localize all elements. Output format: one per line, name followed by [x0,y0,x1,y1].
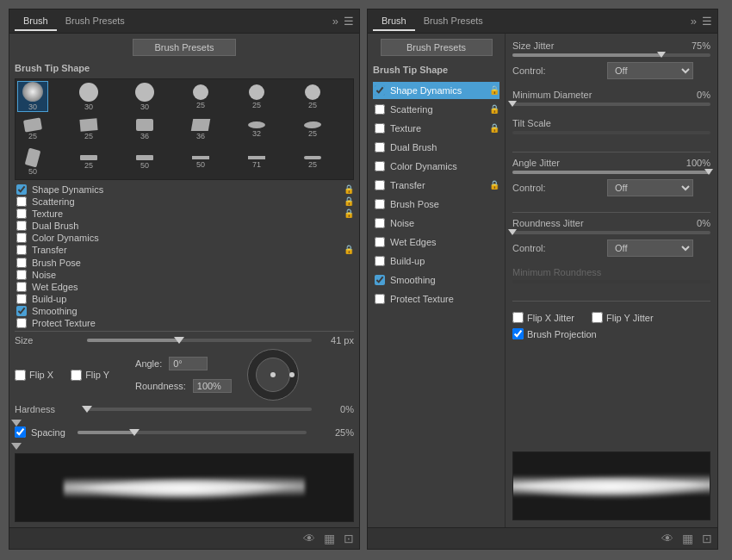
brush-projection-checkbox[interactable] [512,328,524,339]
option-build-up-checkbox[interactable] [16,294,27,304]
left-tab-brush-presets[interactable]: Brush Presets [57,12,133,31]
right-option-transfer[interactable]: Transfer 🔒 [373,177,499,194]
right-option-texture-checkbox[interactable] [375,123,385,134]
right-tab-brush-presets[interactable]: Brush Presets [415,12,492,31]
option-shape-dynamics[interactable]: Shape Dynamics 🔒 [15,184,354,195]
right-option-smoothing-checkbox[interactable] [375,275,385,285]
brush-item[interactable]: 30 [73,81,104,112]
option-dual-brush[interactable]: Dual Brush [15,221,354,232]
flip-y-jitter-item[interactable]: Flip Y Jitter [592,312,654,323]
roundness-jitter-slider[interactable] [512,231,710,234]
spacing-slider[interactable] [78,431,307,434]
angle-widget[interactable] [247,349,299,401]
right-option-scattering-checkbox[interactable] [375,104,385,115]
hardness-slider[interactable] [87,408,312,411]
size-slider[interactable] [87,339,312,342]
right-option-color-dynamics-checkbox[interactable] [375,161,385,171]
angle-jitter-slider[interactable] [512,171,710,174]
eye-icon[interactable]: 👁 [303,532,315,545]
option-shape-dynamics-checkbox[interactable] [16,184,27,195]
right-option-dual-brush-checkbox[interactable] [375,142,385,152]
left-brush-presets-button[interactable]: Brush Presets [133,39,236,56]
option-scattering[interactable]: Scattering 🔒 [15,196,354,207]
right-option-scattering[interactable]: Scattering 🔒 [373,101,499,118]
option-build-up[interactable]: Build-up [15,294,354,305]
right-option-wet-edges-checkbox[interactable] [375,237,385,247]
right-option-noise[interactable]: Noise [373,215,499,232]
min-diameter-slider[interactable] [512,103,710,106]
option-transfer-checkbox[interactable] [16,245,27,255]
right-option-color-dynamics[interactable]: Color Dynamics [373,158,499,175]
brush-item[interactable]: 36 [185,114,216,145]
brush-item[interactable]: 25 [185,81,216,112]
panel-menu-lines[interactable]: ☰ [344,15,354,28]
flip-x-item[interactable]: Flip X [15,349,53,401]
option-scattering-checkbox[interactable] [16,196,27,207]
option-texture[interactable]: Texture 🔒 [15,208,354,219]
right-option-brush-pose[interactable]: Brush Pose [373,196,499,213]
brush-item[interactable]: 30 [17,81,48,112]
right-option-build-up-checkbox[interactable] [375,256,385,266]
right-option-texture[interactable]: Texture 🔒 [373,120,499,137]
panel-menu-arrows[interactable]: » [332,15,338,28]
option-transfer[interactable]: Transfer 🔒 [15,245,354,256]
angle-input[interactable] [169,357,208,370]
option-smoothing-checkbox[interactable] [16,306,27,316]
option-wet-edges[interactable]: Wet Edges [15,281,354,292]
flip-y-checkbox[interactable] [71,370,82,381]
resize-icon[interactable]: ⊡ [344,532,354,545]
flip-y-item[interactable]: Flip Y [71,349,109,401]
option-noise[interactable]: Noise [15,269,354,280]
spacing-checkbox[interactable] [15,426,26,438]
right-option-wet-edges[interactable]: Wet Edges [373,233,499,251]
left-brush-grid[interactable]: 30 30 30 25 25 [15,78,354,180]
brush-item[interactable]: 36 [129,114,160,145]
brush-item[interactable]: 25 [297,81,328,112]
right-option-smoothing[interactable]: Smoothing [373,271,499,289]
option-noise-checkbox[interactable] [16,270,27,280]
right-option-transfer-checkbox[interactable] [375,180,385,190]
option-color-dynamics-checkbox[interactable] [16,233,27,243]
option-color-dynamics[interactable]: Color Dynamics [15,233,354,244]
right-panel-menu[interactable]: ☰ [702,15,712,28]
brush-item[interactable]: 50 [129,146,160,177]
right-option-brush-pose-checkbox[interactable] [375,199,385,209]
flip-y-jitter-checkbox[interactable] [592,312,603,323]
brush-item[interactable]: 25 [73,114,104,145]
right-option-dual-brush[interactable]: Dual Brush [373,139,499,156]
right-resize-icon[interactable]: ⊡ [702,532,712,545]
right-brush-presets-button[interactable]: Brush Presets [381,39,493,56]
right-option-build-up[interactable]: Build-up [373,252,499,270]
brush-item[interactable]: 32 [241,114,272,145]
brush-item[interactable]: 25 [297,146,328,177]
brush-item[interactable]: 25 [297,114,328,145]
option-smoothing[interactable]: Smoothing [15,306,354,317]
right-eye-icon[interactable]: 👁 [661,532,673,545]
roundness-jitter-control-select[interactable]: Off Fade Pen Pressure Pen Tilt [607,240,693,257]
angle-jitter-control-select[interactable]: Off Fade Pen Pressure Pen Tilt [607,179,693,196]
flip-x-checkbox[interactable] [15,370,26,381]
flip-x-jitter-checkbox[interactable] [512,312,524,323]
right-option-protect-texture-checkbox[interactable] [375,294,385,304]
right-grid-icon[interactable]: ▦ [682,532,693,545]
option-wet-edges-checkbox[interactable] [16,282,27,292]
left-tab-brush[interactable]: Brush [15,12,57,31]
size-jitter-control-select[interactable]: Off Fade Pen Pressure Pen Tilt [607,62,693,79]
right-tab-brush[interactable]: Brush [373,12,415,31]
grid-icon[interactable]: ▦ [324,532,335,545]
right-option-shape-dynamics-checkbox[interactable] [375,85,385,96]
brush-item[interactable]: 50 [185,146,216,177]
brush-item[interactable]: 30 [129,81,160,112]
right-panel-arrows[interactable]: » [691,15,697,28]
option-protect-texture[interactable]: Protect Texture [15,318,354,329]
brush-item[interactable]: 25 [17,114,48,145]
flip-x-jitter-item[interactable]: Flip X Jitter [512,312,574,323]
brush-item[interactable]: 50 [17,146,48,177]
option-brush-pose-checkbox[interactable] [16,258,27,268]
brush-item[interactable]: 71 [241,146,272,177]
option-texture-checkbox[interactable] [16,208,27,219]
tilt-scale-slider[interactable] [512,131,710,134]
option-protect-texture-checkbox[interactable] [16,318,27,328]
right-option-protect-texture[interactable]: Protect Texture [373,290,499,308]
option-dual-brush-checkbox[interactable] [16,221,27,231]
